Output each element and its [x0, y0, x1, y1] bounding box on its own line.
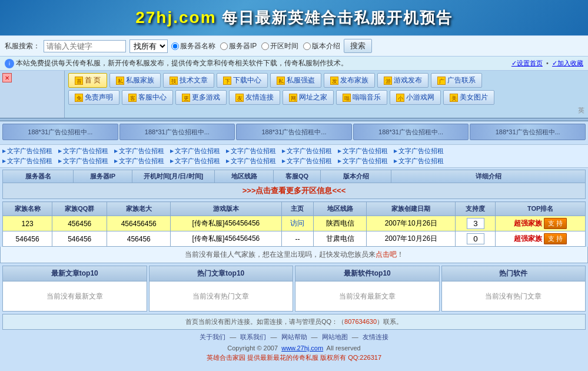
search-label: 私服搜索： [5, 41, 40, 51]
search-button[interactable]: 搜索 [344, 39, 372, 53]
support-input-1[interactable] [467, 218, 484, 229]
text-ad-1-2[interactable]: 文字广告位招租 [58, 147, 108, 155]
nav-more-games[interactable]: 更更多游戏 [175, 90, 227, 105]
nav-flag-12: 友 [235, 94, 244, 102]
nav-disclaimer[interactable]: 免免责声明 [68, 90, 119, 105]
super-family-badge-2: 超强家族 [514, 234, 542, 243]
text-ad-2-3[interactable]: 文字广告位招租 [114, 157, 164, 165]
nav-flag-6: 发 [330, 77, 338, 85]
bottom-section-articles: 最新文章top10 当前没有最新文章 [2, 266, 147, 312]
nav-publish-family[interactable]: 发发布家族 [324, 73, 375, 88]
family-homepage-2: -- [281, 231, 314, 247]
family-homepage-1[interactable]: 访问 [281, 216, 314, 231]
text-ad-1-7[interactable]: 文字广告位招租 [338, 147, 388, 155]
text-ad-2-2[interactable]: 文字广告位招租 [58, 157, 108, 165]
footer-about[interactable]: 关于我们 [200, 333, 225, 340]
site-name: 27hj.com [135, 8, 216, 26]
footer-notice-text: 首页当前没有图片连接。如需连接，请与管理员QQ：（807634630）联系。 [185, 318, 403, 325]
nav-friends[interactable]: 友友情连接 [229, 90, 280, 105]
text-ad-1-1[interactable]: 文字广告位招租 [2, 147, 52, 155]
family-date-1: 2007年10月26日 [367, 216, 456, 231]
nav-customer[interactable]: 客客服中心 [122, 90, 173, 105]
col-version: 版本介绍 [321, 170, 391, 183]
ad-banner-3[interactable]: 188*31广告位招租中... [236, 124, 352, 140]
family-col-date: 家族创建日期 [367, 202, 456, 216]
footer-qq-link[interactable]: 807634630 [344, 318, 377, 325]
radio-serverip[interactable]: 服务器IP [220, 41, 257, 51]
family-col-leader: 家族老大 [107, 202, 171, 216]
search-select[interactable]: 找所有 [129, 39, 168, 53]
click-more[interactable]: >>>点击查看更多开区信息<<< [2, 183, 586, 199]
col-area: 地区线路 [215, 170, 274, 183]
visit-link-1[interactable]: 访问 [290, 219, 304, 227]
nav-home[interactable]: 首首 页 [68, 73, 107, 88]
footer-help[interactable]: 网站帮助 [281, 333, 307, 340]
family-date-2: 2007年10月26日 [367, 231, 456, 247]
radio-opentime[interactable]: 开区时间 [261, 41, 298, 51]
nav-family[interactable]: 私私服家族 [109, 73, 161, 88]
click-more-link[interactable]: >>>点击查看更多开区信息<<< [242, 186, 346, 195]
radio-servername[interactable]: 服务器名称 [171, 41, 215, 51]
family-top-2: 超强家族 支 持 [496, 231, 586, 247]
text-ad-1-6[interactable]: 文字广告位招租 [282, 147, 332, 155]
family-col-support: 支持度 [456, 202, 496, 216]
nav-weblinks[interactable]: 网网址之家 [283, 90, 334, 105]
col-serverip: 服务器IP [74, 170, 132, 183]
text-ad-2-8[interactable]: 文字广告位招租 [394, 157, 444, 165]
support-input-2[interactable] [467, 233, 484, 244]
text-ad-2-1[interactable]: 文字广告位招租 [2, 157, 52, 165]
bottom-section-content-hot-articles: 当前没有热门文章 [150, 281, 293, 311]
footer-contact[interactable]: 联系我们 [240, 333, 266, 340]
ad-banner-1[interactable]: 188*31广告位招租中... [2, 124, 118, 140]
bottom-section-hot-articles: 热门文章top10 当前没有热门文章 [149, 266, 294, 312]
nav-mini-games[interactable]: 小小游戏网 [390, 90, 441, 105]
bottom-grid: 最新文章top10 当前没有最新文章 热门文章top10 当前没有热门文章 最新… [2, 266, 586, 312]
nav-bandit[interactable]: 私私服强盗 [270, 73, 321, 88]
bottom-section-content-articles: 当前没有最新文章 [3, 281, 147, 311]
bottom-section-header-hot-articles: 热门文章top10 [150, 266, 293, 281]
text-ad-2-5[interactable]: 文字广告位招租 [226, 157, 276, 165]
super-family-badge-1: 超强家族 [514, 219, 542, 227]
nav-flag-9: 免 [75, 94, 83, 102]
text-ad-2-4[interactable]: 文字广告位招租 [170, 157, 220, 165]
text-ad-1-4[interactable]: 文字广告位招租 [170, 147, 220, 155]
radio-version[interactable]: 版本介绍 [303, 41, 340, 51]
text-ad-1-5[interactable]: 文字广告位招租 [226, 147, 276, 155]
click-link[interactable]: 点击吧 [376, 250, 397, 259]
nav-beauty[interactable]: 美美女图片 [443, 90, 494, 105]
nav-tech[interactable]: 技技术文章 [163, 73, 214, 88]
nav-download[interactable]: 下下载中心 [217, 73, 268, 88]
ad-banner-4[interactable]: 188*31广告位招租中... [353, 124, 469, 140]
nav-flag-7: 游 [384, 77, 392, 85]
nav-flag-15: 小 [396, 94, 404, 102]
footer-sitemap[interactable]: 网站地图 [322, 333, 348, 340]
set-homepage-link[interactable]: ✓设置首页 [511, 59, 543, 67]
nav-flag-3: 技 [170, 77, 178, 85]
bottom-section-header-software: 最新软件top10 [295, 266, 439, 281]
support-button-1[interactable]: 支 持 [544, 218, 567, 229]
footer-friends[interactable]: 友情连接 [363, 333, 388, 340]
nav-ad-contact[interactable]: 广广告联系 [431, 73, 482, 88]
ad-banner-5[interactable]: 188*31广告位招租中... [470, 124, 586, 140]
text-ad-1-3[interactable]: 文字广告位招租 [114, 147, 164, 155]
text-ad-row-2: 文字广告位招租 文字广告位招租 文字广告位招租 文字广告位招租 文字广告位招租 … [2, 156, 586, 166]
family-qq-1: 456456 [52, 216, 107, 231]
header-title: 27hj.com 每日最新英雄合击私服开机预告 [135, 8, 453, 28]
footer-site-link[interactable]: www.27hj.com [281, 344, 323, 352]
ad-banner-2[interactable]: 188*31广告位招租中... [119, 124, 235, 140]
nav-game-publish[interactable]: 游游戏发布 [377, 73, 428, 88]
col-qq: 客服QQ [274, 170, 321, 183]
family-version-1: [传奇私服]456456456 [171, 216, 282, 231]
add-favorites-link[interactable]: ✓加入收藏 [552, 59, 583, 67]
nav-flag-8: 广 [437, 77, 446, 85]
family-top-1: 超强家族 支 持 [496, 216, 586, 231]
support-button-2[interactable]: 支 持 [544, 233, 567, 244]
family-name-1: 123 [3, 216, 52, 231]
search-input[interactable] [44, 40, 126, 52]
text-ad-2-7[interactable]: 文字广告位招租 [338, 157, 388, 165]
best-family-text: 当前没有最佳人气家族，想在这里出现吗，赶快发动您族员来点击吧！ [185, 250, 404, 259]
text-ad-1-8[interactable]: 文字广告位招租 [394, 147, 444, 155]
text-ad-2-6[interactable]: 文字广告位招租 [282, 157, 332, 165]
nav-music[interactable]: 嗡嗡嗡音乐 [336, 90, 387, 105]
nav-flag-2: 私 [116, 77, 124, 85]
